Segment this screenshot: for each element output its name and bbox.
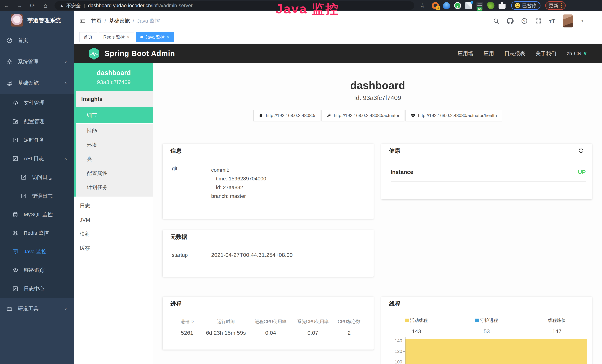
home-icon xyxy=(258,113,263,118)
menu-item-details[interactable]: 细节 xyxy=(76,107,153,124)
sidebar-item-mysql-monitor[interactable]: MySQL 监控 xyxy=(0,205,74,224)
url-path: /infra/admin-server xyxy=(151,3,193,9)
menu-item-scheduled-tasks[interactable]: 计划任务 xyxy=(76,180,153,194)
extension-icon-pin[interactable] xyxy=(443,2,450,9)
extension-icon-y[interactable]: y xyxy=(454,2,461,9)
history-icon[interactable] xyxy=(578,148,584,154)
update-label: 更新 xyxy=(549,2,559,9)
tab-home[interactable]: 首页 xyxy=(79,32,97,42)
chrome-update-button[interactable]: 更新 xyxy=(545,1,566,10)
chevron-up-icon: ∧ xyxy=(64,81,67,85)
font-size-icon[interactable]: TT xyxy=(549,18,555,24)
menu-item-metrics[interactable]: 性能 xyxy=(76,124,153,138)
breadcrumb-separator: / xyxy=(133,18,134,24)
health-url-button[interactable]: http://192.168.0.2:48080/actuator/health xyxy=(406,110,502,121)
sidebar-collapse-icon[interactable] xyxy=(79,17,86,25)
sidebar-item-redis-monitor[interactable]: Redis 监控 xyxy=(0,224,74,242)
log-edit-icon xyxy=(20,193,27,199)
infra-submenu: 文件管理 配置管理 定时任务 API 日志 ∧ 访问日志 错误日志 xyxy=(0,94,74,298)
timer-icon xyxy=(12,137,19,143)
instance-root-menu: 日志 JVM 映射 缓存 xyxy=(74,197,153,255)
sba-nav: 应用墙 应用 日志报表 关于我们 zh-CN ∨ xyxy=(458,50,587,57)
extension-icon-switch[interactable]: on xyxy=(476,2,483,9)
layers-icon xyxy=(12,230,19,236)
extension-icon-grid[interactable] xyxy=(465,2,472,9)
sidebar-item-config-manage[interactable]: 配置管理 xyxy=(0,112,74,131)
menu-item-classes[interactable]: 类 xyxy=(76,152,153,166)
browser-menu-icon[interactable] xyxy=(561,3,562,8)
sba-nav-applications[interactable]: 应用 xyxy=(484,50,494,57)
health-instance-row: Instance UP xyxy=(391,169,586,182)
tab-redis-monitor[interactable]: Redis 监控 × xyxy=(99,32,134,42)
user-avatar[interactable] xyxy=(563,14,573,27)
home-icon[interactable]: ⌂ xyxy=(39,2,52,9)
tags-view-bar: 首页 Redis 监控 × Java 监控 × xyxy=(74,31,602,44)
close-icon[interactable]: × xyxy=(127,34,129,40)
gauge-icon xyxy=(6,37,13,43)
github-icon[interactable] xyxy=(507,18,514,24)
app-logo-row[interactable]: 芋道管理系统 xyxy=(0,11,74,30)
menu-item-config-props[interactable]: 配置属性 xyxy=(76,166,153,180)
info-git-row: git commit: time: 1596289704000 id: 27aa… xyxy=(172,166,367,206)
menu-item-caches[interactable]: 缓存 xyxy=(74,241,153,255)
sidebar-item-java-monitor[interactable]: Java 监控 xyxy=(0,242,74,261)
app-logo xyxy=(11,14,23,27)
spring-boot-admin-logo xyxy=(88,47,100,60)
menu-item-logging[interactable]: 日志 xyxy=(74,199,153,213)
tab-java-monitor[interactable]: Java 监控 × xyxy=(136,32,174,42)
sba-nav-about[interactable]: 关于我们 xyxy=(536,50,556,57)
service-url-button[interactable]: http://192.168.0.2:48080/ xyxy=(253,110,320,121)
breadcrumb: 首页 / 基础设施 / Java 监控 xyxy=(91,17,160,24)
threads-card: 线程 活动线程 143 守护进程 53 线程峰值 147 xyxy=(381,297,592,364)
extension-icon-plant[interactable] xyxy=(487,2,494,9)
back-icon[interactable]: ← xyxy=(0,2,13,9)
sidebar-item-system[interactable]: 系统管理 ∨ xyxy=(0,51,74,72)
sidebar-item-file-manage[interactable]: 文件管理 xyxy=(0,94,74,112)
sidebar-item-access-logs[interactable]: 访问日志 xyxy=(0,168,74,187)
extension-icon-converter[interactable]: 1 xyxy=(432,2,439,9)
breadcrumb-infra[interactable]: 基础设施 xyxy=(109,17,130,24)
status-badge: UP xyxy=(578,169,586,175)
sidebar-item-infra[interactable]: 基础设施 ∧ xyxy=(0,72,74,94)
actuator-url-button[interactable]: http://192.168.0.2:48080/actuator xyxy=(322,110,405,121)
gear-icon xyxy=(6,59,13,65)
search-icon[interactable] xyxy=(493,18,499,24)
sidebar-item-api-logs[interactable]: API 日志 ∧ xyxy=(0,149,74,168)
sidebar-item-home[interactable]: 首页 xyxy=(0,30,74,51)
legend-swatch-daemon xyxy=(475,319,479,322)
fullscreen-icon[interactable] xyxy=(535,18,542,24)
sba-nav-wallboard[interactable]: 应用墙 xyxy=(458,50,473,57)
address-bar[interactable]: ▲ 不安全 | dashboard.yudao.iocoder.cn /infr… xyxy=(54,1,414,10)
sync-paused-chip[interactable]: 已暂停 xyxy=(511,1,540,10)
menu-item-mappings[interactable]: 映射 xyxy=(74,227,153,241)
sidebar-item-tracing[interactable]: 链路追踪 xyxy=(0,261,74,279)
sba-nav-journal[interactable]: 日志报表 xyxy=(505,50,525,57)
menu-item-jvm[interactable]: JVM xyxy=(74,213,153,227)
user-menu-caret-icon[interactable]: ▼ xyxy=(580,19,584,23)
forward-icon[interactable]: → xyxy=(13,2,26,9)
sba-locale-select[interactable]: zh-CN ∨ xyxy=(567,51,587,57)
breadcrumb-home[interactable]: 首页 xyxy=(91,17,102,24)
sba-brand-title[interactable]: Spring Boot Admin xyxy=(105,49,175,58)
breadcrumb-current: Java 监控 xyxy=(137,17,160,24)
sidebar-item-log-center[interactable]: 日志中心 xyxy=(0,279,74,298)
sidebar-item-error-logs[interactable]: 错误日志 xyxy=(0,187,74,205)
log-edit-icon xyxy=(12,286,19,292)
refresh-icon[interactable]: ⟳ xyxy=(26,2,39,9)
paused-label: 已暂停 xyxy=(522,2,537,9)
instance-name: dashboard xyxy=(97,69,131,77)
help-icon[interactable]: ? xyxy=(521,18,528,24)
sidebar-item-dev-tools[interactable]: 研发工具 ∨ xyxy=(0,298,74,319)
bookmark-star-icon[interactable]: ☆ xyxy=(420,2,425,9)
close-icon[interactable]: × xyxy=(167,34,170,40)
menu-item-environment[interactable]: 环境 xyxy=(76,138,153,152)
instance-id: 93a3fc7f7409 xyxy=(97,79,131,85)
cloud-upload-icon xyxy=(12,100,19,106)
instance-header[interactable]: dashboard 93a3fc7f7409 xyxy=(74,63,153,91)
chevron-down-icon: ∨ xyxy=(583,51,587,56)
sidebar-item-scheduled-jobs[interactable]: 定时任务 xyxy=(0,131,74,149)
extension-icon-puzzle[interactable] xyxy=(499,2,505,9)
chevron-down-icon: ∨ xyxy=(64,60,67,64)
extension-badge: 1 xyxy=(436,6,440,10)
instance-links: http://192.168.0.2:48080/ http://192.168… xyxy=(153,110,602,121)
